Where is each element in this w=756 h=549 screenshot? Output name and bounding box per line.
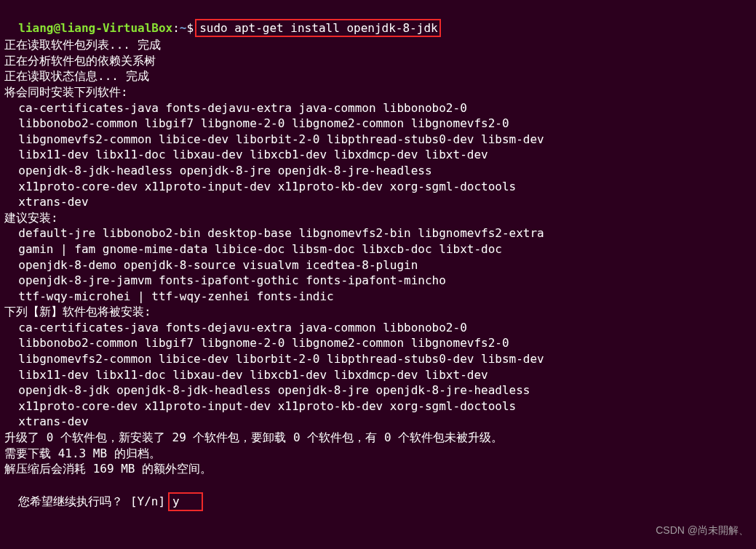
output-line: 正在分析软件包的依赖关系树 — [4, 53, 752, 69]
new-list-item: openjdk-8-jdk openjdk-8-jdk-headless ope… — [4, 382, 752, 398]
output-line: 升级了 0 个软件包，新安装了 29 个软件包，要卸载 0 个软件包，有 0 个… — [4, 430, 752, 446]
prompt-dollar: $ — [186, 21, 194, 35]
output-line: 下列【新】软件包将被安装: — [4, 304, 752, 320]
confirm-input[interactable]: y — [168, 492, 203, 511]
new-list-item: ca-certificates-java fonts-dejavu-extra … — [4, 320, 752, 336]
package-list-item: libbonobo2-common libgif7 libgnome-2-0 l… — [4, 116, 752, 132]
output-line: 将会同时安装下列软件: — [4, 84, 752, 100]
package-list-item: libgnomevfs2-common libice-dev liborbit-… — [4, 132, 752, 148]
output-line: 解压缩后会消耗 169 MB 的额外空间。 — [4, 461, 752, 477]
output-line: 建议安装: — [4, 210, 752, 226]
new-list-item: libgnomevfs2-common libice-dev liborbit-… — [4, 351, 752, 367]
package-list-item: x11proto-core-dev x11proto-input-dev x11… — [4, 179, 752, 195]
output-line: 需要下载 41.3 MB 的归档。 — [4, 446, 752, 462]
package-list-item: openjdk-8-jdk-headless openjdk-8-jre ope… — [4, 163, 752, 179]
suggested-list-item: ttf-wqy-microhei | ttf-wqy-zenhei fonts-… — [4, 289, 752, 305]
suggested-list-item: openjdk-8-demo openjdk-8-source visualvm… — [4, 257, 752, 273]
command-highlight[interactable]: sudo apt-get install openjdk-8-jdk — [195, 19, 441, 38]
suggested-list-item: default-jre libbonobo2-bin desktop-base … — [4, 225, 752, 241]
at-symbol: @ — [53, 21, 60, 35]
suggested-list-item: openjdk-8-jre-jamvm fonts-ipafont-gothic… — [4, 273, 752, 289]
package-list-item: libx11-dev libx11-doc libxau-dev libxcb1… — [4, 147, 752, 163]
new-list-item: libbonobo2-common libgif7 libgnome-2-0 l… — [4, 335, 752, 351]
output-line: 正在读取状态信息... 完成 — [4, 68, 752, 84]
prompt-user: liang — [18, 21, 53, 35]
package-list-item: ca-certificates-java fonts-dejavu-extra … — [4, 100, 752, 116]
new-list-item: xtrans-dev — [4, 414, 752, 430]
package-list-item: xtrans-dev — [4, 194, 752, 210]
confirm-prompt-line: 您希望继续执行吗？ [Y/n]y — [4, 477, 752, 511]
new-list-item: libx11-dev libx11-doc libxau-dev libxcb1… — [4, 367, 752, 383]
colon: : — [172, 21, 180, 35]
suggested-list-item: gamin | fam gnome-mime-data libice-doc l… — [4, 241, 752, 257]
new-list-item: x11proto-core-dev x11proto-input-dev x11… — [4, 398, 752, 414]
prompt-host: liang-VirtualBox — [60, 21, 172, 35]
confirm-prompt-text: 您希望继续执行吗？ [Y/n] — [18, 494, 165, 508]
watermark: CSDN @尚未開解、 — [656, 524, 749, 537]
output-line: 正在读取软件包列表... 完成 — [4, 37, 752, 53]
prompt-line: liang@liang-VirtualBox:~$sudo apt-get in… — [4, 3, 752, 37]
